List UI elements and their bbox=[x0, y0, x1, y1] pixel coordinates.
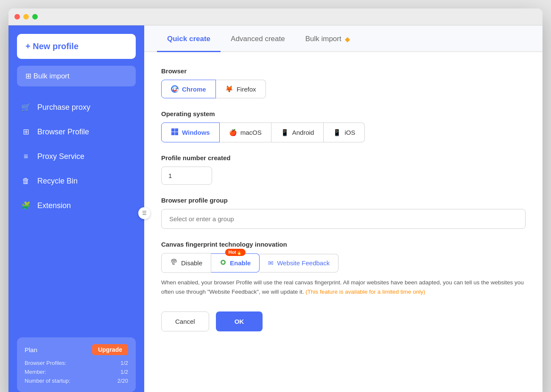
trash-icon: 🗑 bbox=[21, 176, 31, 186]
cancel-button[interactable]: Cancel bbox=[161, 311, 209, 331]
close-button[interactable] bbox=[14, 14, 20, 19]
sidebar-item-browser-profile[interactable]: ⊞ Browser Profile bbox=[8, 120, 144, 144]
plan-box: Plan Upgrade Browser Profiles: 1/2 Membe… bbox=[17, 337, 136, 392]
star-icon: ◆ bbox=[345, 35, 350, 43]
android-label: Android bbox=[292, 129, 314, 136]
cart-icon: 🛒 bbox=[21, 103, 31, 112]
svg-point-1 bbox=[174, 88, 176, 90]
fingerprint-icon bbox=[170, 259, 178, 267]
chrome-icon bbox=[171, 85, 179, 93]
sidebar-item-label: Proxy Service bbox=[37, 152, 84, 161]
windows-icon bbox=[171, 128, 179, 137]
lines-icon: ≡ bbox=[21, 152, 31, 161]
main-content: Quick create Advanced create Bulk import… bbox=[144, 25, 543, 392]
feedback-label: Website Feedback bbox=[277, 259, 330, 267]
ios-label: iOS bbox=[344, 129, 355, 136]
stat-value: 2/20 bbox=[117, 378, 128, 384]
form-area: Browser bbox=[144, 52, 543, 347]
os-ios-button[interactable]: 📱 iOS bbox=[324, 122, 365, 142]
browser-chrome-button[interactable]: Chrome bbox=[161, 80, 216, 98]
os-button-group: Windows 🍎 macOS 📱 Android 📱 iOS bbox=[161, 122, 526, 142]
group-section: Browser profile group bbox=[161, 197, 526, 229]
os-section: Operating system Windo bbox=[161, 110, 526, 142]
puzzle-icon: 🧩 bbox=[21, 201, 31, 210]
sidebar-item-proxy-service[interactable]: ≡ Proxy Service bbox=[8, 144, 144, 169]
minimize-button[interactable] bbox=[23, 14, 29, 19]
svg-point-7 bbox=[222, 261, 224, 264]
app-body: + New profile ⊞ Bulk import 🛒 Purchase p… bbox=[8, 25, 543, 392]
svg-rect-4 bbox=[171, 132, 175, 136]
action-buttons: Cancel OK bbox=[161, 311, 526, 331]
app-window: + New profile ⊞ Bulk import 🛒 Purchase p… bbox=[8, 8, 543, 392]
enable-label: Enable bbox=[230, 259, 251, 267]
sidebar-item-label: Purchase proxy bbox=[37, 103, 90, 112]
stat-key: Member: bbox=[25, 369, 46, 375]
sidebar-item-extension[interactable]: 🧩 Extension bbox=[8, 193, 144, 218]
sidebar-item-purchase-proxy[interactable]: 🛒 Purchase proxy bbox=[8, 95, 144, 120]
hot-badge: Hot🔥 bbox=[225, 249, 245, 256]
sidebar-bulk-import-button[interactable]: ⊞ Bulk import bbox=[17, 66, 136, 86]
sidebar: + New profile ⊞ Bulk import 🛒 Purchase p… bbox=[8, 25, 144, 392]
chrome-label: Chrome bbox=[182, 86, 206, 93]
canvas-highlight: (This feature is available for a limited… bbox=[305, 289, 425, 295]
profile-number-section: Profile number created bbox=[161, 154, 526, 185]
sidebar-collapse-button[interactable]: ☰ bbox=[138, 207, 150, 219]
canvas-enable-button[interactable]: Hot🔥 Enable bbox=[211, 253, 260, 272]
macos-label: macOS bbox=[241, 129, 262, 136]
sidebar-item-label: Browser Profile bbox=[37, 128, 89, 136]
canvas-section: Canvas fingerprint technology innovation bbox=[161, 241, 526, 296]
plan-stat-startup: Number of startup: 2/20 bbox=[25, 376, 128, 385]
tab-label: Bulk import bbox=[305, 35, 341, 43]
titlebar bbox=[8, 8, 543, 25]
browser-button-group: Chrome 🦊 Firefox bbox=[161, 80, 526, 98]
stat-value: 1/2 bbox=[120, 369, 128, 375]
canvas-feedback-button[interactable]: ✉ Website Feedback bbox=[260, 254, 338, 272]
envelope-icon: ✉ bbox=[268, 259, 274, 267]
tab-label: Quick create bbox=[167, 35, 210, 43]
sidebar-item-label: Recycle Bin bbox=[37, 177, 78, 186]
tab-label: Advanced create bbox=[231, 35, 285, 43]
ok-button[interactable]: OK bbox=[216, 311, 263, 331]
firefox-label: Firefox bbox=[237, 86, 256, 93]
group-input[interactable] bbox=[161, 209, 526, 229]
sidebar-item-label: Extension bbox=[37, 201, 71, 210]
browser-section: Browser bbox=[161, 67, 526, 98]
disable-label: Disable bbox=[181, 259, 202, 267]
os-windows-button[interactable]: Windows bbox=[161, 122, 220, 142]
svg-rect-2 bbox=[171, 128, 175, 132]
android-icon: 📱 bbox=[281, 129, 289, 136]
tab-bulk-import[interactable]: Bulk import ◆ bbox=[295, 25, 360, 52]
os-android-button[interactable]: 📱 Android bbox=[271, 122, 324, 142]
tab-advanced-create[interactable]: Advanced create bbox=[221, 25, 295, 52]
canvas-disable-button[interactable]: Disable bbox=[161, 253, 211, 273]
new-profile-button[interactable]: + New profile bbox=[17, 34, 136, 59]
ios-icon: 📱 bbox=[333, 129, 341, 136]
enable-dot-icon bbox=[220, 259, 227, 267]
os-macos-button[interactable]: 🍎 macOS bbox=[220, 122, 271, 142]
browser-firefox-button[interactable]: 🦊 Firefox bbox=[216, 80, 266, 98]
upgrade-button[interactable]: Upgrade bbox=[92, 344, 128, 355]
stat-value: 1/2 bbox=[120, 360, 128, 366]
profile-number-label: Profile number created bbox=[161, 154, 526, 161]
tab-quick-create[interactable]: Quick create bbox=[157, 25, 221, 52]
grid-icon: ⊞ bbox=[21, 127, 31, 136]
plan-stat-profiles: Browser Profiles: 1/2 bbox=[25, 359, 128, 367]
maximize-button[interactable] bbox=[32, 14, 38, 19]
firefox-icon: 🦊 bbox=[225, 85, 233, 93]
stat-key: Number of startup: bbox=[25, 378, 70, 384]
group-label: Browser profile group bbox=[161, 197, 526, 204]
sidebar-item-recycle-bin[interactable]: 🗑 Recycle Bin bbox=[8, 169, 144, 193]
canvas-label: Canvas fingerprint technology innovation bbox=[161, 241, 526, 248]
stat-key: Browser Profiles: bbox=[25, 360, 66, 366]
svg-rect-3 bbox=[175, 128, 179, 132]
windows-label: Windows bbox=[182, 129, 210, 136]
os-section-label: Operating system bbox=[161, 110, 526, 117]
canvas-description: When enabled, your browser Profile will … bbox=[161, 278, 526, 296]
plan-label: Plan bbox=[25, 346, 37, 353]
svg-rect-5 bbox=[175, 132, 179, 136]
browser-section-label: Browser bbox=[161, 67, 526, 75]
apple-icon: 🍎 bbox=[229, 129, 237, 136]
tab-bar: Quick create Advanced create Bulk import… bbox=[144, 25, 543, 52]
plan-stat-member: Member: 1/2 bbox=[25, 367, 128, 376]
profile-number-input[interactable] bbox=[161, 167, 212, 185]
